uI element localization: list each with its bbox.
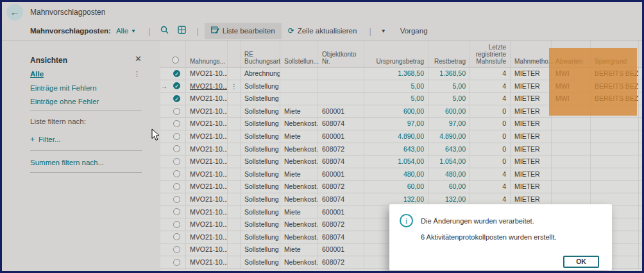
- view-options-dots-icon[interactable]: ⋮: [133, 70, 140, 78]
- cell-mahnmethode[interactable]: MIETER: [511, 193, 552, 206]
- cell-ursprungsbetrag[interactable]: 4.890,00: [364, 130, 428, 143]
- cell-sperrgrund[interactable]: [591, 155, 639, 168]
- cell-sollstellungsart[interactable]: Miete: [280, 243, 318, 256]
- col-sperrgrund[interactable]: Sperrgrund: [591, 40, 639, 67]
- mahnungsnummer-link[interactable]: MVO21-10...: [190, 218, 223, 231]
- cell-restbetrag[interactable]: 60,00: [428, 181, 470, 193]
- cell-objektkonto-nr[interactable]: 608072: [318, 256, 364, 269]
- cell-mahnungsnummer[interactable]: MVO21-10...: [186, 80, 228, 92]
- row-select-circle[interactable]: [173, 259, 180, 266]
- edit-list-button[interactable]: Liste bearbeiten: [205, 23, 282, 39]
- row-select-circle[interactable]: [173, 208, 180, 215]
- col-mahnungsnummer[interactable]: Mahnungs...: [186, 40, 228, 67]
- cell-mahnungsnummer[interactable]: MVO21-10...: [186, 155, 228, 168]
- mahnungsnummer-link[interactable]: MVO21-10...: [190, 181, 223, 193]
- cell-re-buchungsart[interactable]: Sollstellung: [241, 231, 280, 243]
- cell-mahnstufe[interactable]: 4: [470, 80, 511, 92]
- cell-ursprungsbetrag[interactable]: 5,00: [364, 80, 428, 92]
- cell-ursprungsbetrag[interactable]: 97,00: [364, 118, 428, 130]
- cell-re-buchungsart[interactable]: Sollstellung: [241, 193, 280, 206]
- cell-sollstellungsart[interactable]: Nebenkost...: [280, 155, 318, 168]
- cell-ursprungsbetrag[interactable]: 1.368,50: [364, 67, 428, 80]
- cell-re-buchungsart[interactable]: Sollstellung: [241, 143, 280, 155]
- list-filter-value[interactable]: Alle: [116, 27, 128, 35]
- row-select-cell[interactable]: →✓: [160, 80, 186, 92]
- row-select-circle[interactable]: [173, 158, 180, 165]
- cell-restbetrag[interactable]: 480,00: [428, 168, 470, 181]
- cell-sollstellungsart[interactable]: [280, 92, 318, 105]
- cell-sollstellungsart[interactable]: Nebenkost...: [280, 218, 318, 231]
- row-select-cell[interactable]: [160, 243, 186, 256]
- cell-objektkonto-nr[interactable]: [318, 67, 364, 80]
- cell-sollstellungsart[interactable]: Nebenkost...: [280, 118, 318, 130]
- row-select-cell[interactable]: [160, 118, 186, 130]
- mahnungsnummer-link[interactable]: MVO21-10...: [190, 143, 223, 155]
- cell-restbetrag[interactable]: 97,00: [428, 118, 470, 130]
- row-selected-check-icon[interactable]: ✓: [173, 70, 180, 77]
- col-re-buchungsart[interactable]: RE Buchungsart: [241, 40, 280, 67]
- table-row[interactable]: ✓MVO21-10...Sollstellung5,005,004MIETERM…: [160, 92, 643, 105]
- cell-restbetrag[interactable]: 1.054,00: [428, 155, 470, 168]
- row-select-circle[interactable]: [173, 183, 180, 190]
- cell-sollstellungsart[interactable]: Nebenkost...: [280, 193, 318, 206]
- col-ursprungsbetrag[interactable]: Ursprungsbetrag: [364, 40, 428, 67]
- cell-sollstellungsart[interactable]: [280, 67, 318, 80]
- row-select-circle[interactable]: [173, 145, 180, 152]
- cell-objektkonto-nr[interactable]: [318, 92, 364, 105]
- cell-mahnungsnummer[interactable]: MVO21-10...: [186, 143, 228, 155]
- close-icon[interactable]: ✕: [135, 54, 142, 64]
- cell-mahnungsnummer[interactable]: MVO21-10...: [186, 105, 228, 118]
- cell-mahnungsnummer[interactable]: MVO21-10...: [186, 168, 228, 181]
- row-select-cell[interactable]: [160, 256, 186, 269]
- cell-restbetrag[interactable]: 600,00: [428, 105, 470, 118]
- cell-mahnmethode[interactable]: MIETER: [511, 168, 552, 181]
- cell-mahnmethode[interactable]: MIETER: [511, 105, 552, 118]
- cell-abwarten[interactable]: [552, 193, 591, 206]
- cell-mahnungsnummer[interactable]: MVO21-10...: [186, 256, 228, 269]
- cell-mahnmethode[interactable]: MIETER: [511, 118, 552, 130]
- cell-mahnstufe[interactable]: 0: [470, 143, 511, 155]
- cell-mahnungsnummer[interactable]: MVO21-10...: [186, 231, 228, 243]
- cell-re-buchungsart[interactable]: Sollstellung: [241, 218, 280, 231]
- chevron-down-icon[interactable]: ▼: [131, 28, 136, 34]
- cell-re-buchungsart[interactable]: Sollstellung: [241, 80, 280, 92]
- cell-mahnstufe[interactable]: 4: [470, 67, 511, 80]
- table-row[interactable]: MVO21-10...SollstellungNebenkost...60807…: [160, 155, 643, 168]
- cell-restbetrag[interactable]: 132,00: [428, 193, 470, 206]
- row-select-circle[interactable]: [173, 170, 180, 177]
- cell-sollstellungsart[interactable]: [280, 80, 318, 92]
- cell-mahnmethode[interactable]: MIETER: [511, 92, 552, 105]
- cell-abwarten[interactable]: MWI: [552, 80, 591, 92]
- row-selected-check-icon[interactable]: ✓: [173, 82, 180, 89]
- mahnungsnummer-link[interactable]: MVO21-10...: [190, 243, 223, 256]
- cell-abwarten[interactable]: MWI: [552, 67, 591, 80]
- mahnungsnummer-link[interactable]: MVO21-10...: [190, 130, 223, 143]
- row-select-circle[interactable]: [173, 108, 180, 115]
- cell-mahnstufe[interactable]: 4: [470, 92, 511, 105]
- row-select-cell[interactable]: [160, 168, 186, 181]
- row-select-circle[interactable]: [173, 196, 180, 203]
- cell-ursprungsbetrag[interactable]: 60,00: [364, 181, 428, 193]
- cell-sollstellungsart[interactable]: Miete: [280, 168, 318, 181]
- row-select-circle[interactable]: [173, 233, 180, 240]
- col-letzte-mahnstufe[interactable]: Letzte registrierte Mahnstufe: [470, 40, 511, 67]
- col-mahnmethode[interactable]: Mahnmetho...: [511, 40, 552, 67]
- cell-objektkonto-nr[interactable]: [318, 80, 364, 92]
- cell-sollstellungsart[interactable]: Miete: [280, 105, 318, 118]
- process-menu[interactable]: Vorgang: [394, 24, 434, 38]
- cell-sollstellungsart[interactable]: Miete: [280, 206, 318, 218]
- select-all-header[interactable]: [160, 40, 186, 67]
- view-eintraege-ohne-fehler[interactable]: Einträge ohne Fehler: [30, 98, 99, 105]
- cell-ursprungsbetrag[interactable]: 600,00: [364, 105, 428, 118]
- row-dots-icon[interactable]: ⋮: [230, 82, 237, 90]
- mahnungsnummer-link[interactable]: MVO21-10...: [190, 92, 223, 105]
- cell-abwarten[interactable]: [552, 155, 591, 168]
- add-filter-button[interactable]: +Filter...: [30, 135, 61, 144]
- cell-sollstellungsart[interactable]: Nebenkost...: [280, 143, 318, 155]
- col-abwarten[interactable]: Abwarten: [552, 40, 591, 67]
- mahnungsnummer-link[interactable]: MVO21-10...: [190, 118, 223, 130]
- cell-restbetrag[interactable]: 1.368,50: [428, 67, 470, 80]
- row-select-cell[interactable]: [160, 206, 186, 218]
- cell-abwarten[interactable]: [552, 130, 591, 143]
- cell-restbetrag[interactable]: 643,00: [428, 143, 470, 155]
